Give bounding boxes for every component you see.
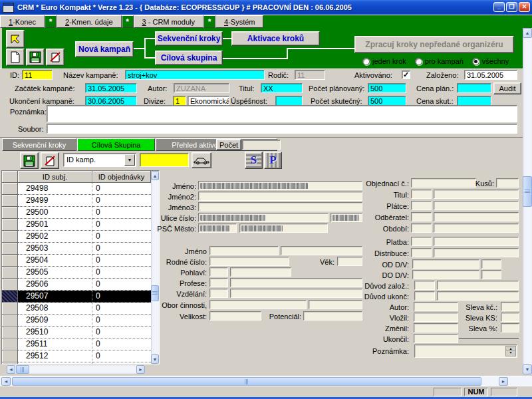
select-arrow-button[interactable]	[6, 30, 25, 48]
cena-skut-field[interactable]	[457, 96, 491, 106]
menu-separator-star[interactable]: *	[203, 15, 215, 28]
table-row[interactable]: 295020	[2, 231, 151, 243]
objednaci-field[interactable]	[411, 178, 476, 188]
filter-dropdown[interactable]: ID kamp. ▼	[63, 153, 136, 167]
save-selection-button[interactable]	[20, 152, 39, 169]
table-row[interactable]: 294990	[2, 195, 151, 207]
kusu-field[interactable]	[496, 178, 519, 188]
velikost-field[interactable]	[209, 311, 261, 321]
distribuce-field2[interactable]	[434, 248, 519, 257]
nazev-field[interactable]: stroj+kov	[125, 70, 265, 80]
cislo-field[interactable]	[331, 213, 362, 222]
new-record-button[interactable]	[6, 49, 25, 66]
scroll-up-icon[interactable]: ▲	[523, 28, 532, 38]
duvod-ukonc-field2[interactable]	[437, 291, 519, 301]
window-hscroll-thumb[interactable]	[12, 377, 481, 386]
vzdelani-field1[interactable]	[209, 289, 228, 298]
tab-sekvencni-kroky[interactable]: Sekvenční kroky	[2, 138, 76, 151]
row-header-cell[interactable]	[2, 195, 18, 207]
sleva-ks-field[interactable]	[501, 313, 519, 322]
pocet-button[interactable]: Počet	[216, 139, 241, 150]
filter-value-field[interactable]	[140, 153, 189, 167]
od-dv-field1[interactable]	[412, 259, 479, 269]
table-row[interactable]: 295110	[2, 338, 151, 350]
psc-field[interactable]	[198, 223, 237, 233]
odberatel-field1[interactable]	[411, 212, 432, 221]
table-row[interactable]: 295100	[2, 327, 151, 338]
do-dv-field2[interactable]	[481, 270, 501, 279]
jmeno3-field[interactable]	[198, 202, 362, 211]
pocet-skutecny-field[interactable]: 500	[368, 96, 406, 106]
save-record-button[interactable]	[26, 49, 45, 66]
row-header-cell[interactable]	[2, 231, 18, 243]
titul-field[interactable]: XX	[261, 83, 303, 93]
rodne-cislo-field[interactable]	[209, 257, 289, 266]
window-vertical-scrollbar[interactable]: ▲ ▼	[523, 28, 532, 374]
dropdown-arrow-icon[interactable]: ▼	[124, 154, 135, 166]
row-header-cell[interactable]	[2, 279, 18, 291]
menu-separator-star[interactable]: *	[45, 15, 57, 28]
window-vscroll-thumb[interactable]	[523, 176, 532, 207]
grid-vertical-scrollbar[interactable]: ▲ ▼	[151, 171, 159, 364]
potencial-field[interactable]	[303, 311, 362, 321]
table-row[interactable]: 295120	[2, 350, 151, 362]
table-row[interactable]: 295050	[2, 267, 151, 279]
table-row[interactable]: 295090	[2, 315, 151, 327]
ukonceni-field[interactable]: 30.06.2005	[85, 96, 137, 106]
duvod-ukonc-field1[interactable]	[414, 291, 435, 301]
scroll-right-icon[interactable]: ►	[499, 377, 508, 386]
scroll-down-icon[interactable]: ▼	[151, 354, 159, 364]
divize-field[interactable]: 1	[173, 96, 186, 106]
vek-field[interactable]	[337, 257, 362, 266]
titul2-field2[interactable]	[434, 190, 519, 199]
duvod-zaloz-field1[interactable]	[414, 281, 435, 290]
sleva-pct-field[interactable]	[501, 323, 519, 332]
ukoncil-field[interactable]	[414, 334, 458, 343]
row-header-cell[interactable]	[2, 207, 18, 219]
jmeno-b-field1[interactable]	[209, 246, 279, 255]
ulice-field[interactable]	[198, 213, 329, 222]
table-row[interactable]: 295040	[2, 255, 151, 267]
id-field[interactable]: 11	[22, 70, 53, 80]
table-row[interactable]: 295000	[2, 207, 151, 219]
pohlavi-field1[interactable]	[209, 267, 228, 277]
table-row[interactable]: 295070	[2, 291, 151, 303]
divize-name-field[interactable]: Ekonomická	[188, 96, 229, 106]
mesto-field[interactable]	[239, 223, 328, 233]
menu-item-1[interactable]: 1-Konec	[0, 15, 45, 28]
menu-separator-star[interactable]: *	[122, 15, 134, 28]
soubor-field[interactable]	[47, 124, 517, 134]
row-header-cell[interactable]	[2, 267, 18, 279]
obor-cinnosti-field1[interactable]	[209, 300, 307, 309]
row-header-cell[interactable]	[2, 315, 18, 327]
window-horizontal-scrollbar[interactable]: ◄ ►	[0, 376, 532, 386]
profese-field2[interactable]	[230, 278, 362, 287]
aktivace-kroku-button[interactable]: Aktivace kroků	[231, 31, 320, 46]
odberatel-field2[interactable]	[434, 212, 519, 221]
minimize-button[interactable]: _	[493, 2, 505, 12]
grid-scroll-thumb[interactable]	[151, 285, 159, 301]
pocet-planovany-field[interactable]: 500	[368, 83, 406, 93]
pocet-field[interactable]	[242, 140, 281, 150]
radio-pro-kampaň[interactable]: pro kampaň	[415, 57, 464, 65]
titul2-field1[interactable]	[411, 190, 432, 199]
obdobi-field2[interactable]	[434, 223, 519, 233]
duvod-zaloz-field2[interactable]	[437, 281, 519, 290]
cena-plan-field[interactable]	[457, 83, 491, 93]
platba-field1[interactable]	[411, 237, 432, 246]
close-button[interactable]: ✕	[519, 2, 530, 12]
scroll-down-icon[interactable]: ▼	[523, 364, 532, 374]
vzdelani-field2[interactable]	[230, 289, 362, 298]
row-header-cell[interactable]	[2, 291, 18, 303]
spinner-down-icon[interactable]: ▼	[505, 350, 516, 356]
obor-cinnosti-field2[interactable]	[309, 300, 362, 309]
restore-button[interactable]: ❐	[506, 2, 517, 12]
poznamka2-field[interactable]: ▲ ▼	[414, 344, 517, 358]
platba-field2[interactable]	[434, 237, 519, 246]
row-header-cell[interactable]	[2, 255, 18, 267]
scroll-right-icon[interactable]: ►	[136, 365, 145, 374]
row-header-cell[interactable]	[2, 183, 18, 195]
table-row[interactable]: 295080	[2, 303, 151, 315]
table-row[interactable]: 295130	[2, 362, 151, 364]
row-header-cell[interactable]	[2, 327, 18, 338]
